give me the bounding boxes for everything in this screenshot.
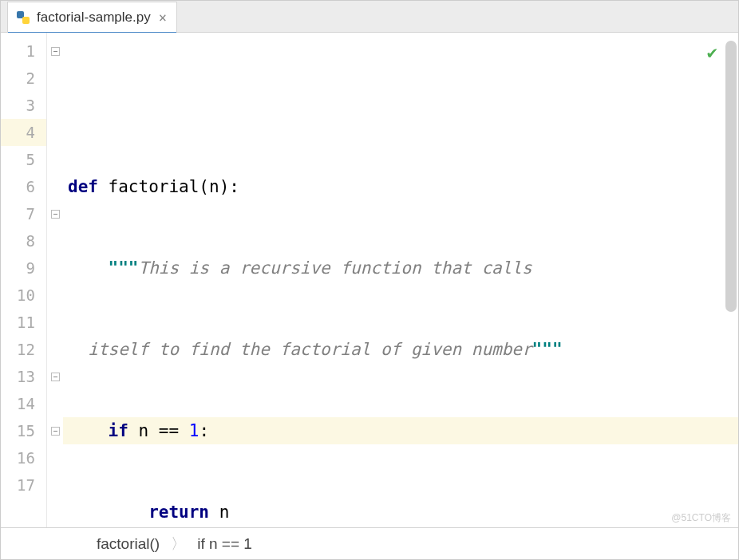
fold-icon[interactable] bbox=[51, 210, 60, 219]
fold-icon[interactable] bbox=[51, 373, 60, 381]
close-icon[interactable]: × bbox=[157, 10, 168, 26]
lineno: 15 bbox=[1, 417, 46, 444]
lineno: 3 bbox=[1, 92, 46, 119]
fold-icon[interactable] bbox=[51, 47, 60, 56]
tab-filename: factorial-sample.py bbox=[37, 10, 151, 26]
breadcrumb[interactable]: factorial() 〉 if n == 1 bbox=[1, 527, 738, 559]
lineno: 6 bbox=[1, 173, 46, 200]
lineno: 13 bbox=[1, 363, 46, 390]
fold-column bbox=[47, 33, 63, 527]
lineno: 2 bbox=[1, 65, 46, 92]
python-file-icon bbox=[16, 10, 30, 25]
watermark: @51CTO博客 bbox=[671, 511, 731, 525]
checkmark-icon: ✔ bbox=[707, 39, 717, 66]
lineno: 16 bbox=[1, 444, 46, 471]
lineno: 4 bbox=[1, 119, 46, 146]
lineno: 10 bbox=[1, 282, 46, 309]
breadcrumb-item[interactable]: if n == 1 bbox=[197, 535, 252, 553]
code-line[interactable]: def factorial(n): bbox=[63, 173, 738, 200]
code-line[interactable]: return n bbox=[63, 499, 738, 526]
lineno: 11 bbox=[1, 309, 46, 336]
lineno: 8 bbox=[1, 227, 46, 254]
code-line[interactable]: itself to find the factorial of given nu… bbox=[63, 336, 738, 363]
svg-rect-1 bbox=[22, 17, 30, 24]
lineno: 14 bbox=[1, 390, 46, 417]
lineno: 9 bbox=[1, 254, 46, 282]
tab-bar: factorial-sample.py × bbox=[1, 1, 738, 33]
gutter: 1 2 3 4 5 6 7 8 9 10 11 12 13 14 15 16 1… bbox=[1, 33, 47, 527]
breadcrumb-item[interactable]: factorial() bbox=[97, 535, 160, 553]
lineno: 17 bbox=[1, 471, 46, 499]
fold-icon[interactable] bbox=[51, 427, 60, 436]
chevron-right-icon: 〉 bbox=[171, 534, 186, 554]
editor[interactable]: 1 2 3 4 5 6 7 8 9 10 11 12 13 14 15 16 1… bbox=[1, 33, 738, 527]
file-tab[interactable]: factorial-sample.py × bbox=[7, 2, 177, 32]
code-line[interactable]: if n == 1: bbox=[63, 417, 738, 444]
lineno: 1 bbox=[1, 37, 46, 65]
code-line[interactable]: """This is a recursive function that cal… bbox=[63, 254, 738, 282]
lineno: 7 bbox=[1, 200, 46, 227]
lineno: 12 bbox=[1, 336, 46, 363]
lineno: 5 bbox=[1, 146, 46, 173]
scrollbar[interactable] bbox=[725, 41, 737, 519]
code-area[interactable]: ✔ def factorial(n): """This is a recursi… bbox=[63, 33, 738, 527]
